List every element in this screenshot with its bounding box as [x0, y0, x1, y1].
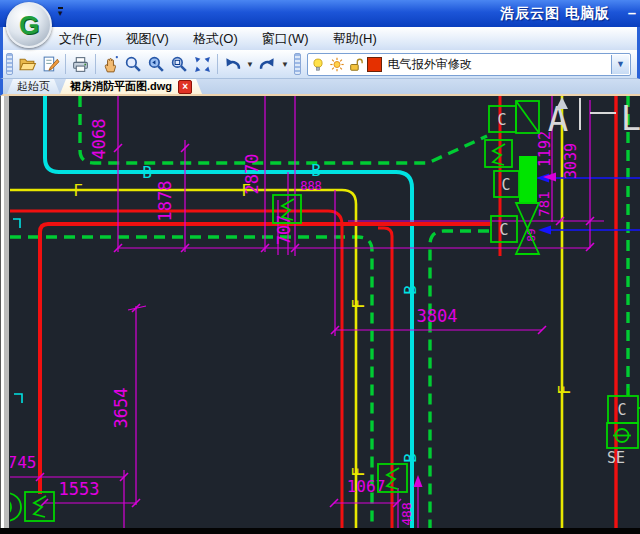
toolbar-separator [217, 54, 218, 74]
layer-dropdown-button[interactable]: ▼ [611, 55, 629, 74]
open-button[interactable] [16, 53, 39, 76]
dim-3804: 3804 [417, 306, 458, 326]
undo-button[interactable] [221, 53, 244, 76]
label-b: B [401, 285, 420, 295]
dim-3039: 3039 [562, 143, 580, 179]
dim-3654: 3654 [111, 388, 131, 429]
pan-hand-icon [101, 55, 120, 74]
zoom-previous-button[interactable] [145, 53, 168, 76]
magnifier-window-icon [170, 55, 189, 74]
toolbar-separator [95, 54, 96, 74]
dim-1553: 1553 [59, 479, 100, 499]
tab-label: 起始页 [17, 79, 50, 94]
dim-488: 488 [399, 502, 414, 525]
layer-name: 电气报外审修改 [385, 56, 472, 73]
dim-745: 745 [10, 453, 36, 472]
document-tab-bar: 起始页 裙房消防平面图.dwg × [0, 79, 640, 96]
cad-viewport[interactable]: 4068 1878 2870 707 888 1192 3039 781 89 … [10, 96, 640, 528]
application-window: 浩辰云图 电脑版 – G ▾ 文件(F) 视图(V) 格式(O) 窗口(W) 帮… [0, 0, 640, 534]
dim-4068: 4068 [89, 119, 109, 160]
open-folder-icon [18, 55, 37, 74]
label-b: B [142, 163, 152, 182]
zoom-extents-button[interactable] [191, 53, 214, 76]
dim-888: 888 [300, 179, 322, 193]
layer-on-bulb-icon [310, 56, 326, 73]
label-f: F [241, 181, 251, 200]
magenta-dimension-lines [10, 96, 604, 528]
label-c: C [499, 221, 508, 239]
toolbar-grip[interactable] [294, 53, 301, 75]
yellow-pipe-lines [10, 96, 562, 528]
toolbar: ▼ ▼ [0, 50, 640, 79]
zoom-extents-arrows-icon [193, 55, 212, 74]
undo-arrow-icon [223, 55, 242, 74]
label-l: L [621, 98, 640, 138]
dim-1067: 1067 [347, 477, 386, 496]
tab-label: 裙房消防平面图.dwg [70, 79, 172, 94]
label-f: F [349, 299, 368, 309]
cyan-duct-lines [13, 96, 412, 528]
markup-edit-button[interactable] [39, 53, 62, 76]
redo-arrow-icon [258, 55, 277, 74]
label-f: F [555, 385, 574, 395]
label-f: F [73, 181, 83, 200]
layer-thaw-sun-icon [329, 56, 345, 73]
menu-window[interactable]: 窗口(W) [250, 28, 321, 50]
layer-unlock-icon [348, 56, 364, 73]
menu-file[interactable]: 文件(F) [47, 28, 114, 50]
label-c: C [501, 176, 510, 194]
dimension-ticks [36, 144, 594, 507]
layer-color-swatch [367, 57, 382, 72]
menu-view[interactable]: 视图(V) [114, 28, 181, 50]
dim-1878: 1878 [155, 181, 175, 222]
tab-close-icon[interactable]: × [178, 80, 192, 94]
minimize-button[interactable]: – [628, 4, 636, 21]
title-bar: 浩辰云图 电脑版 – [0, 0, 640, 27]
tab-drawing-dwg[interactable]: 裙房消防平面图.dwg × [60, 79, 202, 94]
zoom-realtime-button[interactable] [122, 53, 145, 76]
grid-axis-labels: A L [548, 97, 640, 139]
zoom-window-button[interactable] [168, 53, 191, 76]
label-b: B [401, 453, 420, 463]
magnifier-back-icon [147, 55, 166, 74]
toolbar-separator [65, 54, 66, 74]
redo-dropdown-caret-icon[interactable]: ▼ [279, 60, 291, 69]
app-logo-button[interactable]: G [6, 2, 52, 48]
page-pencil-icon [41, 55, 60, 74]
label-f: F [349, 467, 368, 477]
layer-combo[interactable]: 电气报外审修改 ▼ [307, 53, 631, 76]
menu-bar: 文件(F) 视图(V) 格式(O) 窗口(W) 帮助(H) [0, 27, 640, 50]
label-b: B [311, 161, 321, 180]
magnifier-icon [124, 55, 143, 74]
undo-dropdown-caret-icon[interactable]: ▼ [244, 60, 256, 69]
toolbar-grip[interactable] [6, 53, 13, 75]
canvas-left-edge [0, 96, 10, 534]
label-c: C [617, 401, 626, 419]
print-button[interactable] [69, 53, 92, 76]
menu-format[interactable]: 格式(O) [181, 28, 250, 50]
fire-protection-plan-drawing: 4068 1878 2870 707 888 1192 3039 781 89 … [10, 96, 640, 528]
printer-icon [71, 55, 90, 74]
label-c: C [497, 111, 506, 129]
pan-button[interactable] [99, 53, 122, 76]
app-title: 浩辰云图 电脑版 [500, 5, 610, 23]
redo-button[interactable] [256, 53, 279, 76]
menu-help[interactable]: 帮助(H) [321, 28, 389, 50]
logo-g-icon: G [19, 10, 39, 41]
tab-start-page[interactable]: 起始页 [7, 79, 60, 94]
label-se: SE [607, 449, 625, 467]
quick-menu-caret-icon[interactable]: ▾ [58, 7, 63, 17]
window-bottom-edge [0, 528, 640, 534]
